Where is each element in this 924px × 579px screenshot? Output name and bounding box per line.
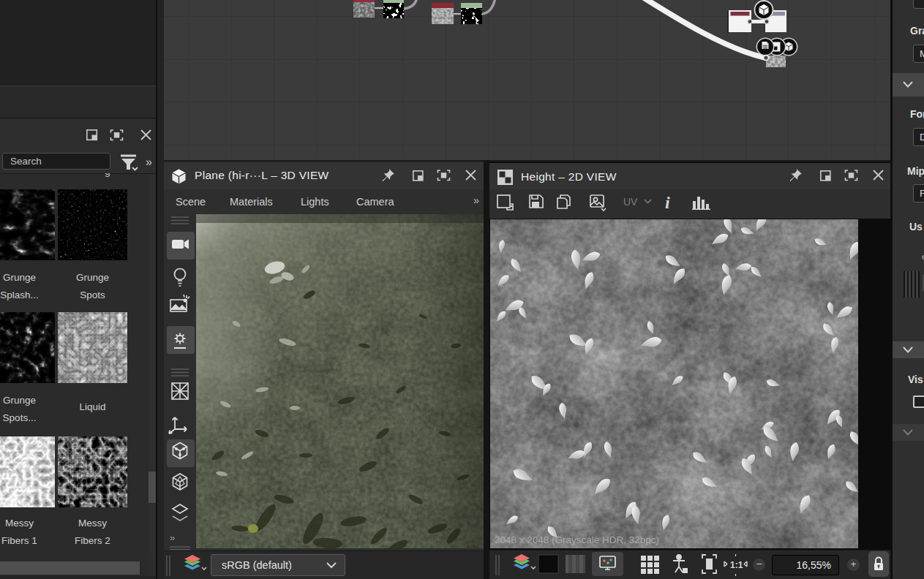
svg-text:UV: UV — [623, 196, 638, 208]
svg-text:»: » — [170, 532, 175, 543]
svg-text:i: i — [665, 193, 670, 212]
svg-text:1:1: 1:1 — [730, 560, 743, 570]
svg-text:2048 x 2048 (Grayscale HDR, 32: 2048 x 2048 (Grayscale HDR, 32bpc) — [495, 534, 659, 545]
